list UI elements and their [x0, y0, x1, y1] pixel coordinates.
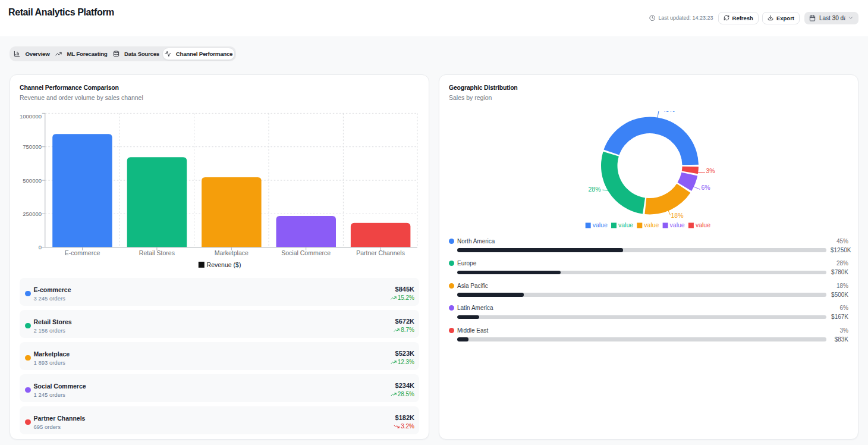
svg-text:45%: 45%: [662, 111, 675, 113]
svg-text:value: value: [644, 221, 659, 228]
svg-text:750000: 750000: [23, 143, 42, 150]
svg-text:1000000: 1000000: [20, 113, 42, 120]
svg-text:6%: 6%: [702, 184, 710, 191]
svg-text:28%: 28%: [588, 186, 600, 193]
svg-text:3%: 3%: [706, 167, 715, 174]
svg-text:Social Commerce: Social Commerce: [281, 249, 331, 256]
svg-text:500000: 500000: [23, 177, 42, 184]
svg-text:Partner Channels: Partner Channels: [356, 249, 405, 256]
svg-text:250000: 250000: [23, 211, 42, 217]
svg-text:value: value: [593, 221, 608, 228]
svg-text:0: 0: [39, 244, 42, 250]
svg-text:Marketplace: Marketplace: [215, 249, 249, 256]
svg-text:Revenue ($): Revenue ($): [207, 261, 241, 268]
svg-text:value: value: [618, 221, 633, 228]
svg-text:value: value: [696, 221, 710, 228]
svg-text:18%: 18%: [671, 212, 684, 219]
svg-text:value: value: [670, 221, 685, 228]
svg-text:E-commerce: E-commerce: [65, 249, 100, 256]
svg-text:Retail Stores: Retail Stores: [139, 249, 175, 256]
